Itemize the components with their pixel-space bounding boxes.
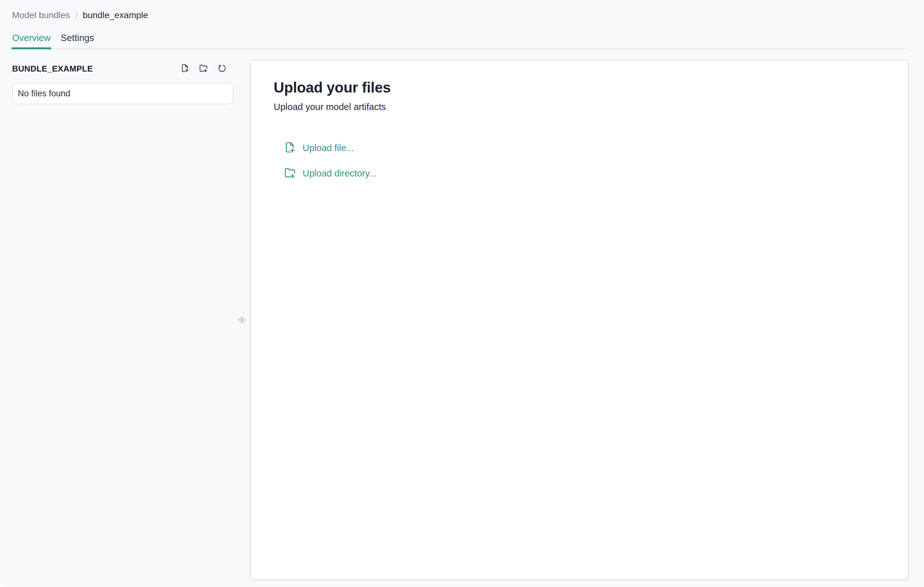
upload-card-subtitle: Upload your model artifacts (274, 101, 885, 113)
add-folder-button[interactable] (198, 64, 208, 74)
refresh-icon (217, 64, 226, 74)
upload-file-label: Upload file... (303, 142, 354, 154)
sidebar-header: BUNDLE_EXAMPLE (12, 62, 234, 75)
col-resize-handle-icon[interactable] (237, 314, 247, 325)
content-area: BUNDLE_EXAMPLE (0, 49, 924, 580)
breadcrumb-current-bundle: bundle_example (83, 10, 148, 20)
add-file-button[interactable] (180, 64, 190, 74)
folder-plus-icon (199, 64, 208, 74)
file-plus-icon (284, 141, 296, 155)
refresh-button[interactable] (217, 64, 226, 74)
breadcrumb-separator: / (75, 10, 78, 20)
upload-file-link[interactable]: Upload file... (284, 141, 354, 155)
tab-overview[interactable]: Overview (12, 33, 51, 48)
page-header: Model bundles/bundle_example Overview Se… (0, 0, 924, 49)
empty-state-label: No files found (18, 89, 70, 99)
tab-bar: Overview Settings (12, 33, 909, 49)
file-plus-icon (180, 64, 190, 74)
app-root: Model bundles/bundle_example Overview Se… (0, 0, 924, 587)
bundle-name-heading: BUNDLE_EXAMPLE (12, 64, 93, 74)
upload-directory-link[interactable]: Upload directory... (284, 167, 377, 180)
file-list-empty-state: No files found (12, 83, 234, 104)
breadcrumb-model-bundles-link[interactable]: Model bundles (12, 10, 70, 20)
tab-settings[interactable]: Settings (61, 33, 94, 48)
breadcrumb: Model bundles/bundle_example (12, 10, 909, 20)
folder-plus-icon (284, 167, 296, 180)
upload-actions: Upload file... Upload directory... (284, 141, 885, 180)
panel-divider (234, 60, 250, 580)
upload-card: Upload your files Upload your model arti… (250, 60, 909, 580)
upload-card-title: Upload your files (274, 78, 885, 97)
upload-directory-label: Upload directory... (303, 168, 377, 179)
file-tree-sidebar: BUNDLE_EXAMPLE (12, 60, 234, 104)
sidebar-toolbar (180, 64, 226, 74)
